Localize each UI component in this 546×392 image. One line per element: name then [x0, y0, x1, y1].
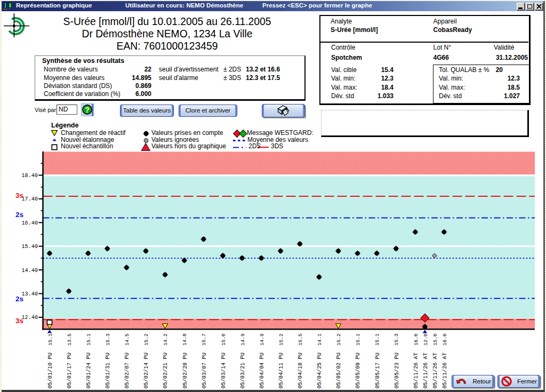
svg-text:05/02/07 PU: 05/02/07 PU: [124, 353, 130, 388]
svg-text:15.2: 15.2: [278, 333, 284, 346]
svg-text:05/02/21 PU: 05/02/21 PU: [163, 353, 168, 388]
svg-text:16.40: 16.40: [21, 220, 38, 226]
svg-text:05/11/26 AT: 05/11/26 AT: [423, 353, 429, 388]
svg-text:05/01/24 PU: 05/01/24 PU: [86, 353, 92, 388]
svg-text:14.40: 14.40: [21, 268, 38, 274]
svg-text:05/11/26 AT: 05/11/26 AT: [413, 353, 419, 388]
svg-text:13.40: 13.40: [21, 291, 38, 297]
svg-text:2s: 2s: [15, 211, 23, 219]
svg-text:14.8: 14.8: [182, 333, 188, 346]
svg-text:15.3: 15.3: [394, 333, 399, 346]
svg-text:15.0: 15.0: [432, 333, 438, 346]
svg-text:14.9: 14.9: [259, 333, 265, 346]
svg-text:15.2: 15.2: [336, 333, 342, 346]
svg-text:05/11/26 AT: 05/11/26 AT: [442, 353, 448, 388]
svg-text:15.2: 15.2: [143, 333, 149, 346]
svg-text:05/01/10 PU: 05/01/10 PU: [47, 353, 53, 388]
svg-text:05/03/14 PU: 05/03/14 PU: [221, 353, 227, 388]
svg-text:13.5: 13.5: [67, 333, 73, 346]
svg-text:15.5: 15.5: [298, 333, 303, 346]
svg-text:15.40: 15.40: [21, 244, 38, 250]
svg-text:05/05/02 PU: 05/05/02 PU: [336, 353, 342, 388]
svg-text:12.0: 12.0: [423, 333, 429, 346]
svg-text:14.5: 14.5: [124, 333, 130, 346]
svg-text:15.1: 15.1: [355, 333, 361, 346]
svg-text:15.1: 15.1: [374, 333, 380, 346]
svg-text:05/05/09 PU: 05/05/09 PU: [355, 353, 361, 388]
svg-text:?: ?: [85, 106, 90, 114]
svg-text:12.40: 12.40: [21, 315, 38, 321]
svg-text:14.2: 14.2: [163, 333, 168, 346]
svg-text:05/04/18 PU: 05/04/18 PU: [298, 353, 303, 388]
svg-text:17.40: 17.40: [21, 196, 38, 202]
svg-text:05/02/28 PU: 05/02/28 PU: [182, 353, 188, 388]
svg-text:05/04/11 PU: 05/04/11 PU: [278, 353, 284, 388]
svg-text:16.0: 16.0: [442, 333, 448, 346]
svg-text:05/03/07 PU: 05/03/07 PU: [202, 353, 207, 388]
svg-text:05/05/17 PU: 05/05/17 PU: [375, 353, 381, 388]
svg-text:15.3: 15.3: [105, 333, 111, 346]
svg-text:05/05/23 PU: 05/05/23 PU: [394, 353, 400, 388]
svg-text:15.7: 15.7: [201, 333, 207, 346]
svg-text:05/04/25 PU: 05/04/25 PU: [317, 353, 323, 388]
svg-text:14.9: 14.9: [240, 333, 246, 346]
svg-text:2s: 2s: [15, 295, 23, 303]
svg-text:3s: 3s: [15, 317, 23, 325]
svg-text:15.0: 15.0: [221, 333, 227, 346]
svg-text:3s: 3s: [15, 191, 23, 199]
svg-text:05/11/26 AT: 05/11/26 AT: [432, 353, 438, 388]
svg-text:16.0: 16.0: [413, 333, 419, 346]
svg-text:14.1: 14.1: [317, 333, 323, 346]
svg-text:05/01/17 PU: 05/01/17 PU: [67, 353, 73, 388]
svg-text:15.1: 15.1: [86, 333, 92, 346]
svg-text:05/04/04 PU: 05/04/04 PU: [259, 353, 265, 388]
svg-text:05/02/14 PU: 05/02/14 PU: [143, 353, 149, 388]
svg-text:05/01/31 PU: 05/01/31 PU: [105, 353, 111, 388]
svg-text:05/03/21 PU: 05/03/21 PU: [240, 353, 246, 388]
svg-text:18.40: 18.40: [21, 173, 38, 179]
svg-text:15.1: 15.1: [47, 333, 53, 346]
